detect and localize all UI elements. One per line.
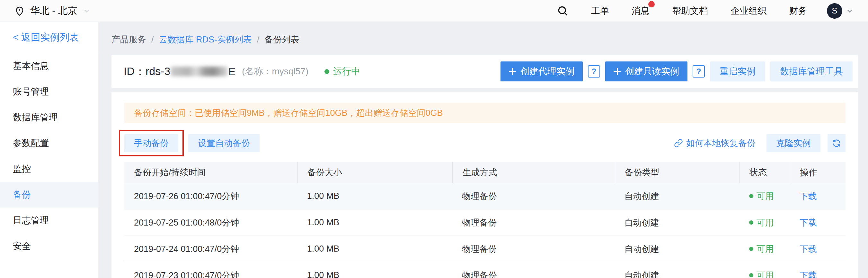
cell-method: 物理备份 (452, 191, 615, 202)
avatar[interactable]: S (827, 3, 842, 19)
refresh-icon (832, 138, 841, 148)
breadcrumb: 产品服务 / 云数据库 RDS-实例列表 / 备份列表 (99, 22, 868, 45)
location-pin-icon (14, 5, 25, 17)
table-row: 2019-07-23 01:00:47/0分钟 1.00 MB 物理备份 自动创… (124, 262, 845, 278)
breadcrumb-backup-list: 备份列表 (265, 34, 300, 45)
cell-size: 1.00 MB (298, 218, 453, 227)
status-dot-icon (749, 194, 753, 198)
nav-item-tickets[interactable]: 工单 (591, 5, 609, 17)
top-bar: 华北 - 北京 工单 消息 帮助文档 企业组织 财务 S (0, 0, 868, 22)
table-row: 2019-07-24 01:00:47/0分钟 1.00 MB 物理备份 自动创… (124, 236, 845, 262)
breadcrumb-separator: / (151, 35, 154, 45)
col-header-type: 备份类型 (615, 162, 740, 183)
cell-size: 1.00 MB (298, 244, 453, 254)
sidebar: < 返回实例列表 基本信息 账号管理 数据库管理 参数配置 监控 备份 日志管理… (0, 22, 98, 278)
instance-header-card: ID：rds-3E (名称：mysql57) 运行中 创建代理实例 ? 创建只读… (112, 55, 858, 88)
col-header-status: 状态 (740, 162, 790, 183)
status-dot-icon (749, 247, 753, 251)
proxy-help-button[interactable]: ? (588, 65, 600, 78)
search-icon[interactable] (557, 5, 568, 17)
message-badge (648, 1, 655, 7)
col-header-size: 备份大小 (298, 162, 453, 183)
refresh-button[interactable] (828, 134, 845, 152)
download-link[interactable]: 下载 (800, 243, 817, 255)
table-header: 备份开始/持续时间 备份大小 生成方式 备份类型 状态 操作 (124, 162, 845, 183)
status-dot-icon (749, 220, 753, 225)
sidebar-item-logs[interactable]: 日志管理 (0, 207, 98, 233)
auto-backup-settings-button[interactable]: 设置自动备份 (188, 134, 259, 152)
sidebar-item-account[interactable]: 账号管理 (0, 79, 98, 105)
cell-time: 2019-07-25 01:00:48/0分钟 (124, 217, 298, 228)
cell-type: 自动创建 (615, 191, 740, 202)
col-header-start-time: 备份开始/持续时间 (124, 162, 298, 183)
nav-item-messages[interactable]: 消息 (631, 5, 650, 17)
cell-status: 可用 (740, 217, 790, 228)
nav-item-finance[interactable]: 财务 (789, 5, 807, 17)
back-to-instance-list[interactable]: < 返回实例列表 (0, 22, 98, 53)
col-header-actions: 操作 (790, 162, 845, 183)
status-dot-icon (324, 69, 329, 74)
local-restore-help-link[interactable]: 如何本地恢复备份 (674, 137, 755, 149)
plus-icon (509, 68, 516, 75)
cell-method: 物理备份 (452, 270, 615, 278)
backup-toolbar: 手动备份 设置自动备份 如何本地恢复备份 克隆实例 (124, 134, 845, 152)
sidebar-item-database[interactable]: 数据库管理 (0, 105, 98, 130)
breadcrumb-product-services[interactable]: 产品服务 (112, 34, 146, 45)
nav-item-org[interactable]: 企业组织 (731, 5, 767, 17)
cell-method: 物理备份 (452, 243, 615, 255)
redacted-id-blur (171, 66, 227, 76)
breadcrumb-rds-instance-list[interactable]: 云数据库 RDS-实例列表 (159, 34, 252, 45)
manual-backup-button[interactable]: 手动备份 (124, 134, 178, 152)
cell-size: 1.00 MB (298, 191, 453, 201)
create-readonly-instance-button[interactable]: 创建只读实例 (605, 61, 687, 81)
download-link[interactable]: 下载 (800, 270, 817, 278)
cell-time: 2019-07-26 01:00:47/0分钟 (124, 191, 298, 202)
sidebar-item-basic-info[interactable]: 基本信息 (0, 53, 98, 79)
backup-table: 备份开始/持续时间 备份大小 生成方式 备份类型 状态 操作 2019-07-2… (124, 162, 845, 278)
table-row: 2019-07-26 01:00:47/0分钟 1.00 MB 物理备份 自动创… (124, 183, 845, 210)
cell-type: 自动创建 (615, 243, 740, 255)
chevron-down-icon (845, 7, 854, 15)
table-row: 2019-07-25 01:00:48/0分钟 1.00 MB 物理备份 自动创… (124, 210, 845, 236)
sidebar-item-parameters[interactable]: 参数配置 (0, 130, 98, 156)
nav-item-help-docs[interactable]: 帮助文档 (672, 5, 708, 17)
readonly-help-button[interactable]: ? (692, 65, 705, 78)
instance-actions: 创建代理实例 ? 创建只读实例 ? 重启实例 数据库管理工具 (500, 61, 852, 81)
create-proxy-instance-button[interactable]: 创建代理实例 (500, 61, 583, 81)
cell-status: 可用 (740, 243, 790, 255)
breadcrumb-separator: / (257, 35, 259, 45)
cell-status: 可用 (740, 191, 790, 202)
region-label: 华北 - 北京 (30, 4, 78, 18)
sidebar-item-monitoring[interactable]: 监控 (0, 156, 98, 182)
link-icon (674, 139, 683, 148)
sidebar-item-backup[interactable]: 备份 (0, 182, 98, 207)
main-content: 产品服务 / 云数据库 RDS-实例列表 / 备份列表 ID：rds-3E (名… (99, 22, 868, 278)
region-selector[interactable]: 华北 - 北京 (14, 4, 91, 18)
instance-status: 运行中 (324, 65, 360, 78)
download-link[interactable]: 下载 (800, 191, 817, 202)
instance-id: ID：rds-3E (124, 64, 236, 79)
status-text: 运行中 (333, 65, 360, 78)
cell-size: 1.00 MB (298, 270, 453, 278)
cell-time: 2019-07-23 01:00:47/0分钟 (124, 270, 298, 278)
status-dot-icon (749, 273, 753, 277)
db-management-tool-button[interactable]: 数据库管理工具 (770, 61, 852, 81)
backup-panel-card: 备份存储空间：已使用储空间9MB，赠送存储空间10GB，超出赠送存储空间0GB … (112, 92, 858, 278)
cell-type: 自动创建 (615, 270, 740, 278)
instance-name: (名称：mysql57) (242, 65, 308, 78)
top-nav: 工单 消息 帮助文档 企业组织 财务 (591, 5, 807, 17)
cell-type: 自动创建 (615, 217, 740, 228)
backup-storage-notice: 备份存储空间：已使用储空间9MB，赠送存储空间10GB，超出赠送存储空间0GB (124, 103, 845, 123)
plus-icon (614, 68, 621, 75)
clone-instance-button[interactable]: 克隆实例 (767, 134, 820, 152)
cell-status: 可用 (740, 270, 790, 278)
col-header-method: 生成方式 (452, 162, 615, 183)
cell-method: 物理备份 (452, 217, 615, 228)
download-link[interactable]: 下载 (800, 217, 817, 228)
restart-instance-button[interactable]: 重启实例 (710, 61, 765, 81)
chevron-down-icon (83, 7, 91, 15)
annotation-highlight-box: 手动备份 (119, 130, 184, 157)
user-menu[interactable]: S (827, 3, 854, 19)
cell-time: 2019-07-24 01:00:47/0分钟 (124, 243, 298, 255)
sidebar-item-security[interactable]: 安全 (0, 233, 98, 259)
